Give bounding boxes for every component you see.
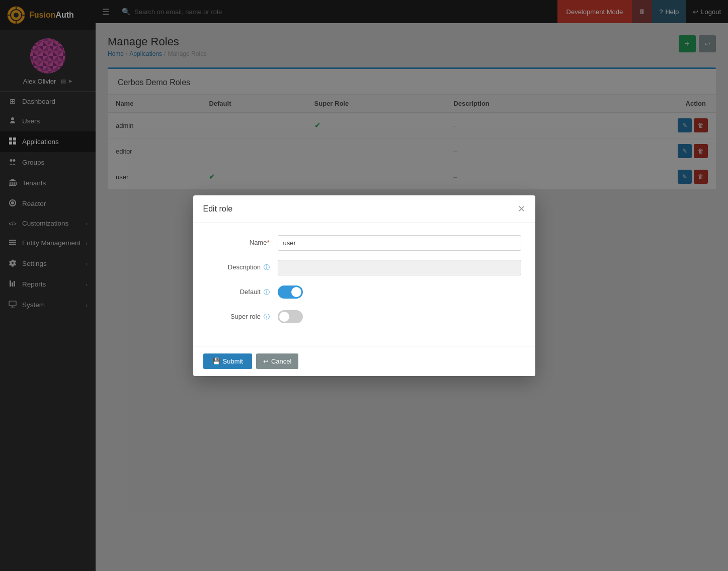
description-input[interactable] xyxy=(278,260,521,275)
name-field-wrapper xyxy=(278,235,521,251)
super-role-toggle-wrapper xyxy=(278,309,521,325)
main-wrapper: ☰ 🔍 Development Mode ⏸ ? Help ↩ Logout M… xyxy=(96,0,728,571)
name-input[interactable] xyxy=(278,235,521,251)
form-row-name: Name* xyxy=(207,235,521,251)
modal-footer: 💾 Submit ↩ Cancel xyxy=(193,346,535,376)
edit-role-modal: Edit role ✕ Name* Description xyxy=(193,195,535,376)
description-field-wrapper xyxy=(278,260,521,275)
default-toggle-wrapper xyxy=(278,284,521,300)
modal-title: Edit role xyxy=(203,204,233,213)
modal-header: Edit role ✕ xyxy=(193,195,535,223)
cancel-button[interactable]: ↩ Cancel xyxy=(256,353,298,369)
super-role-info-icon[interactable]: ⓘ xyxy=(264,313,270,320)
modal-body: Name* Description ⓘ xyxy=(193,223,535,346)
default-label: Default ⓘ xyxy=(207,284,278,297)
name-label: Name* xyxy=(207,235,278,246)
modal-close-button[interactable]: ✕ xyxy=(518,203,525,215)
super-role-toggle[interactable] xyxy=(278,310,303,323)
description-info-icon[interactable]: ⓘ xyxy=(264,264,270,271)
default-info-icon[interactable]: ⓘ xyxy=(264,289,270,296)
default-toggle[interactable] xyxy=(278,286,303,299)
submit-icon: 💾 xyxy=(212,358,220,365)
form-row-super-role: Super role ⓘ xyxy=(207,309,521,325)
super-role-label: Super role ⓘ xyxy=(207,309,278,321)
cancel-icon: ↩ xyxy=(263,358,269,365)
modal-overlay: Edit role ✕ Name* Description xyxy=(96,0,728,571)
submit-button[interactable]: 💾 Submit xyxy=(203,353,252,369)
required-indicator: * xyxy=(267,239,269,246)
description-label: Description ⓘ xyxy=(207,260,278,272)
form-row-default: Default ⓘ xyxy=(207,284,521,300)
form-row-description: Description ⓘ xyxy=(207,260,521,275)
